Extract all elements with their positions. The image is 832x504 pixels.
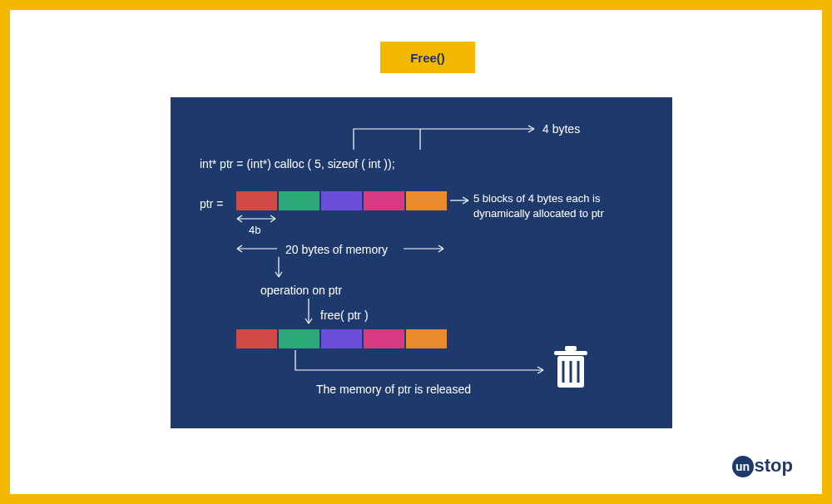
title-text: Free() [410, 51, 445, 65]
memory-block [320, 190, 363, 211]
label-operation: operation on ptr [260, 284, 342, 297]
memory-block [235, 329, 278, 349]
code-line: int* ptr = (int*) calloc ( 5, sizeof ( i… [200, 157, 395, 170]
memory-block [405, 329, 448, 349]
ptr-equals-label: ptr = [200, 197, 223, 210]
ptr-blocks-row-2 [235, 329, 448, 349]
unstop-logo: unstop [732, 455, 793, 477]
ptr-blocks-row-1 [235, 190, 448, 211]
logo-text: stop [755, 455, 793, 476]
label-4-bytes: 4 bytes [542, 122, 580, 136]
label-free-ptr: free( ptr ) [320, 309, 369, 322]
page-canvas: Free() [10, 10, 822, 494]
svg-rect-2 [565, 346, 577, 351]
memory-block [363, 190, 405, 211]
annotation-lines [171, 97, 672, 428]
memory-block [363, 329, 405, 349]
blocks-desc-line2: dynamically allocated to ptr [473, 207, 604, 220]
memory-block [278, 329, 320, 349]
svg-rect-1 [554, 351, 587, 355]
diagram-panel: 4 bytes int* ptr = (int*) calloc ( 5, si… [171, 97, 672, 428]
logo-circle: un [732, 456, 754, 477]
label-4b: 4b [249, 224, 260, 236]
memory-block [320, 329, 363, 349]
title-box: Free() [380, 42, 475, 73]
blocks-desc-line1: 5 blocks of 4 bytes each is [473, 192, 600, 205]
memory-block [405, 190, 448, 211]
memory-block [278, 190, 320, 211]
blocks-description: 5 blocks of 4 bytes each is dynamically … [473, 191, 604, 220]
trash-icon [551, 344, 591, 390]
label-20-bytes: 20 bytes of memory [285, 243, 388, 256]
label-memory-released: The memory of ptr is released [316, 383, 471, 396]
memory-block [235, 190, 278, 211]
